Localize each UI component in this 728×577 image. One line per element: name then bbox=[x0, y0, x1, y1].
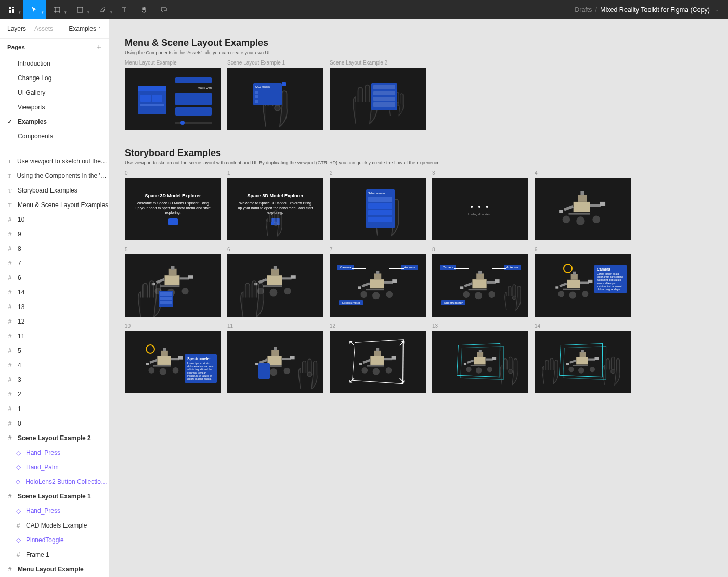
layer-item[interactable]: #7 bbox=[0, 256, 109, 271]
layer-item[interactable]: TUsing the Components in the 'Asse… bbox=[0, 169, 109, 183]
frame-label[interactable]: 6 bbox=[227, 247, 323, 252]
svg-point-1 bbox=[275, 105, 280, 111]
frame-tool[interactable]: ▾ bbox=[46, 0, 69, 19]
pen-tool[interactable]: ▾ bbox=[92, 0, 114, 19]
layer-item[interactable]: TStoryboard Examples bbox=[0, 183, 109, 198]
add-page-button[interactable]: + bbox=[97, 43, 101, 52]
layer-item[interactable]: #1 bbox=[0, 402, 109, 416]
frame[interactable] bbox=[125, 254, 221, 317]
frame[interactable]: CameraLorem ipsum sit do dolor amet cons… bbox=[535, 254, 631, 317]
frame[interactable] bbox=[432, 331, 528, 393]
layer-item[interactable]: #14 bbox=[0, 285, 109, 300]
hand-tool[interactable] bbox=[134, 0, 154, 19]
frame[interactable] bbox=[330, 68, 426, 130]
layer-item[interactable]: #11 bbox=[0, 329, 109, 343]
svg-rect-76 bbox=[170, 358, 178, 360]
layer-item[interactable]: #2 bbox=[0, 387, 109, 402]
layer-item[interactable]: #0 bbox=[0, 416, 109, 431]
frame[interactable] bbox=[535, 331, 631, 393]
layer-item[interactable]: #Scene Layout Example 2 bbox=[0, 431, 109, 445]
layer-item[interactable]: TMenu & Scene Layout Examples bbox=[0, 198, 109, 212]
layer-item[interactable]: #Scene Layout Example 1 bbox=[0, 489, 109, 504]
section-subtitle: Use viewport to sketch out the scene lay… bbox=[125, 160, 712, 165]
layer-item[interactable]: #CAD Models Example bbox=[0, 518, 109, 533]
layer-item[interactable]: #4 bbox=[0, 358, 109, 373]
layer-label: HoloLens2 Button Collection 3V bbox=[25, 478, 109, 485]
frame-label[interactable]: Menu Layout Example bbox=[125, 60, 221, 66]
frame-label[interactable]: Scene Layout Example 2 bbox=[330, 60, 426, 66]
frame-label[interactable]: 12 bbox=[330, 323, 426, 329]
frame-label[interactable]: 1 bbox=[227, 170, 323, 176]
svg-rect-9 bbox=[590, 204, 600, 207]
layer-item[interactable]: TUse viewport to sketch out the sc… bbox=[0, 154, 109, 169]
page-item[interactable]: Change Log bbox=[0, 71, 109, 85]
frame-label[interactable]: 4 bbox=[535, 170, 631, 176]
canvas[interactable]: Menu & Scene Layout Examples Using the C… bbox=[109, 19, 728, 577]
svg-rect-51 bbox=[478, 270, 482, 273]
layer-item[interactable]: ◇HoloLens2 Button Collection 3V bbox=[0, 475, 109, 489]
frame[interactable] bbox=[227, 254, 323, 317]
frame-label[interactable]: 2 bbox=[330, 170, 426, 176]
tab-assets[interactable]: Assets bbox=[34, 25, 53, 32]
frame[interactable] bbox=[535, 178, 631, 240]
pages-dropdown[interactable]: Examples ⌃ bbox=[69, 25, 101, 32]
frame-label[interactable]: 11 bbox=[227, 323, 323, 329]
layer-item[interactable]: #8 bbox=[0, 241, 109, 256]
tab-layers[interactable]: Layers bbox=[7, 25, 26, 32]
layer-item[interactable]: ◇Hand_Press bbox=[0, 445, 109, 460]
frame[interactable] bbox=[227, 331, 323, 393]
rectangle-tool[interactable]: ▾ bbox=[69, 0, 92, 19]
frame[interactable]: Camera Antenna Spectrometer bbox=[432, 254, 528, 317]
breadcrumb-drafts[interactable]: Drafts bbox=[575, 6, 592, 14]
frame-label[interactable]: 13 bbox=[432, 323, 528, 329]
layer-item[interactable]: ◇PinnedToggle bbox=[0, 533, 109, 547]
frame-label[interactable]: 14 bbox=[535, 323, 631, 329]
page-item[interactable]: Introduction bbox=[0, 56, 109, 71]
layer-item[interactable]: #10 bbox=[0, 212, 109, 227]
frame[interactable]: ↖ ↗ ↙ ↘ bbox=[330, 331, 426, 393]
layer-label: Menu & Scene Layout Examples bbox=[18, 201, 108, 209]
layer-item[interactable]: #12 bbox=[0, 314, 109, 329]
frame[interactable]: • • •Loading all models… bbox=[432, 178, 528, 240]
frames-row: Menu Layout Example Made with Scene Layo… bbox=[125, 60, 712, 130]
layer-item[interactable]: ◇Hand_Press bbox=[0, 504, 109, 518]
frame-label[interactable]: 8 bbox=[432, 247, 528, 252]
layer-item[interactable]: #6 bbox=[0, 271, 109, 285]
frame-label[interactable]: 5 bbox=[125, 247, 221, 252]
frame[interactable]: Camera Antenna Spectrometer bbox=[330, 254, 426, 317]
page-item[interactable]: ✓Examples bbox=[0, 114, 109, 129]
frame-label[interactable]: 3 bbox=[432, 170, 528, 176]
text-tool[interactable] bbox=[114, 0, 134, 19]
chevron-down-icon[interactable]: ⌄ bbox=[714, 7, 719, 12]
page-item[interactable]: Components bbox=[0, 129, 109, 144]
page-item[interactable]: UI Gallery bbox=[0, 85, 109, 100]
layer-item[interactable]: #5 bbox=[0, 343, 109, 358]
frame-label[interactable]: 10 bbox=[125, 323, 221, 329]
frame[interactable]: CAD Models bbox=[227, 68, 323, 130]
frame-label[interactable]: 9 bbox=[535, 247, 631, 252]
frame-column: 5 bbox=[125, 247, 221, 317]
page-item[interactable]: Viewports bbox=[0, 100, 109, 114]
menu-button[interactable]: ▾ bbox=[0, 0, 23, 19]
frame[interactable]: SpectrometerLorem ipsum sit do dolor ame… bbox=[125, 331, 221, 393]
layer-item[interactable]: #Frame 1 bbox=[0, 547, 109, 562]
frame[interactable]: Select a model bbox=[330, 178, 426, 240]
frame[interactable]: Made with bbox=[125, 68, 221, 130]
frame-label[interactable]: 7 bbox=[330, 247, 426, 252]
layer-item[interactable]: #3 bbox=[0, 373, 109, 387]
layer-item[interactable]: #13 bbox=[0, 300, 109, 314]
frame[interactable]: Space 3D Model ExplorerWelcome to Space … bbox=[125, 178, 221, 240]
svg-rect-75 bbox=[149, 358, 157, 363]
frame[interactable]: Space 3D Model ExplorerWelcome to Space … bbox=[227, 178, 323, 240]
layer-item[interactable]: #9 bbox=[0, 227, 109, 241]
frame-label[interactable]: Scene Layout Example 1 bbox=[227, 60, 323, 66]
layer-item[interactable]: ◇Hand_Palm bbox=[0, 460, 109, 475]
layer-label: 9 bbox=[18, 230, 21, 238]
breadcrumb-title[interactable]: Mixed Reality Toolkit for Figma (Copy) bbox=[600, 6, 710, 14]
frame-column: Scene Layout Example 2 bbox=[330, 60, 426, 130]
move-tool[interactable]: ▾ bbox=[23, 0, 46, 19]
layer-item[interactable]: #Menu Layout Example bbox=[0, 562, 109, 576]
page-label: Examples bbox=[18, 118, 47, 125]
frame-label[interactable]: 0 bbox=[125, 170, 221, 176]
comment-tool[interactable] bbox=[154, 0, 174, 19]
